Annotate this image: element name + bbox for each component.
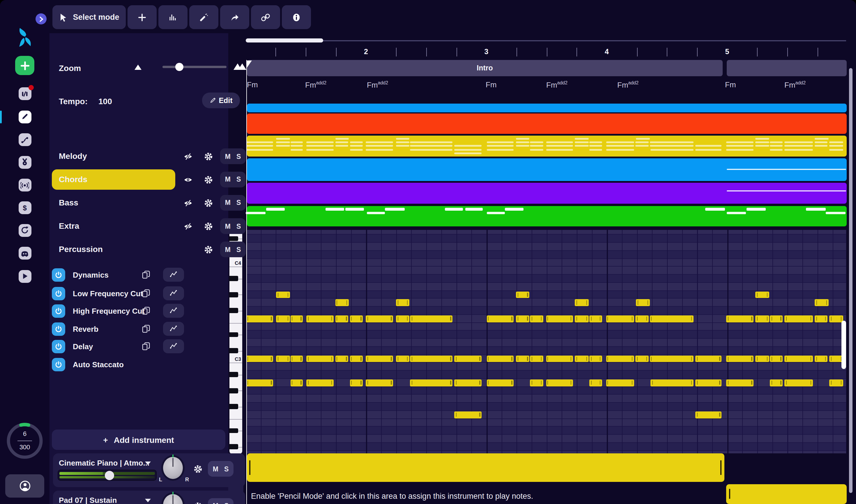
piano-roll-note[interactable] bbox=[784, 379, 813, 386]
piano-roll-note[interactable] bbox=[350, 316, 363, 322]
piano-roll-note[interactable] bbox=[335, 300, 349, 306]
solo-button[interactable]: S bbox=[237, 246, 241, 253]
piano-roll-note[interactable] bbox=[396, 316, 409, 322]
piano-roll-grid[interactable] bbox=[246, 230, 847, 453]
automation-curve-button[interactable] bbox=[163, 268, 184, 282]
piano-roll-note[interactable] bbox=[770, 379, 783, 386]
strip-chords[interactable] bbox=[247, 136, 847, 156]
effect-power-button[interactable] bbox=[52, 322, 65, 336]
share-button[interactable] bbox=[220, 5, 249, 29]
mute-button[interactable]: M bbox=[213, 465, 219, 472]
mute-solo-toggle[interactable]: MS bbox=[220, 241, 246, 257]
strip-melody[interactable] bbox=[247, 113, 847, 133]
piano-roll-note[interactable] bbox=[306, 379, 333, 386]
instrument-settings-gear-icon[interactable] bbox=[193, 464, 203, 474]
effect-power-button[interactable] bbox=[52, 340, 65, 353]
piano-roll-note[interactable] bbox=[650, 355, 693, 362]
strip-bass[interactable] bbox=[247, 158, 847, 181]
piano-roll-note[interactable] bbox=[606, 316, 634, 322]
track-settings-gear-icon[interactable] bbox=[203, 245, 214, 255]
effect-power-button[interactable] bbox=[52, 287, 65, 300]
piano-roll-note[interactable] bbox=[410, 355, 452, 362]
copy-icon[interactable] bbox=[141, 288, 151, 300]
piano-roll-note[interactable] bbox=[650, 316, 693, 322]
region-cinematic-piano[interactable] bbox=[247, 453, 724, 482]
piano-roll-note[interactable] bbox=[396, 300, 409, 306]
piano-roll-note[interactable] bbox=[366, 379, 393, 386]
piano-roll-note[interactable] bbox=[350, 379, 363, 386]
effect-power-button[interactable] bbox=[52, 304, 65, 318]
sidebar-item-routing[interactable] bbox=[18, 133, 31, 146]
instrument-select[interactable]: Cinematic Piano | Atmo... bbox=[59, 458, 150, 467]
piano-roll-note[interactable] bbox=[454, 379, 482, 386]
horizontal-scrollbar-thumb[interactable] bbox=[246, 38, 323, 42]
region-resize-handle[interactable] bbox=[729, 489, 730, 499]
mute-button[interactable]: M bbox=[225, 176, 231, 183]
usage-ring[interactable]: 6 300 bbox=[6, 422, 44, 460]
select-mode-button[interactable]: Select mode bbox=[52, 5, 126, 29]
piano-roll-note[interactable] bbox=[290, 379, 303, 386]
sidebar-item-projects[interactable] bbox=[18, 87, 31, 100]
eye-slash-icon[interactable] bbox=[183, 198, 193, 208]
link-button[interactable] bbox=[251, 5, 280, 29]
instrument-select[interactable]: Pad 07 | Sustain bbox=[59, 496, 117, 504]
sidebar-item-discord[interactable] bbox=[18, 247, 31, 259]
piano-roll-note[interactable] bbox=[246, 379, 273, 386]
piano-roll-note[interactable] bbox=[546, 379, 573, 386]
mute-button[interactable]: M bbox=[225, 153, 231, 160]
track-settings-gear-icon[interactable] bbox=[203, 198, 214, 208]
track-row-percussion[interactable]: PercussionMS bbox=[50, 238, 247, 261]
edit-button[interactable]: Edit bbox=[202, 92, 240, 108]
mute-solo-toggle[interactable]: MS bbox=[220, 148, 246, 164]
piano-roll-note[interactable] bbox=[276, 316, 290, 322]
piano-roll-note[interactable] bbox=[755, 291, 769, 298]
piano-roll-note[interactable] bbox=[815, 316, 827, 322]
piano-roll-note[interactable] bbox=[366, 355, 393, 362]
sidebar-item-tutorials[interactable] bbox=[18, 270, 31, 283]
piano-roll-note[interactable] bbox=[589, 355, 602, 362]
solo-button[interactable]: S bbox=[237, 199, 241, 206]
piano-roll-note[interactable] bbox=[575, 316, 589, 322]
mute-solo-toggle[interactable]: MS bbox=[208, 461, 233, 476]
piano-roll-note[interactable] bbox=[829, 316, 843, 322]
automation-curve-button[interactable] bbox=[163, 339, 184, 353]
piano-roll-note[interactable] bbox=[606, 355, 634, 362]
track-row-melody[interactable]: MelodyMS bbox=[50, 145, 247, 168]
sidebar-item-billing[interactable]: $ bbox=[18, 201, 31, 214]
copy-icon[interactable] bbox=[141, 342, 151, 353]
zoom-slider[interactable] bbox=[162, 66, 227, 68]
add-instrument-button[interactable]: + Add instrument bbox=[52, 430, 225, 450]
piano-roll-note[interactable] bbox=[695, 412, 721, 418]
piano-roll-note[interactable] bbox=[410, 316, 452, 322]
effect-power-button[interactable] bbox=[52, 268, 65, 282]
piano-roll-note[interactable] bbox=[695, 379, 721, 386]
piano-roll-note[interactable] bbox=[246, 355, 273, 362]
piano-roll-note[interactable] bbox=[516, 291, 529, 298]
piano-roll-vertical-scrollbar-thumb[interactable] bbox=[841, 321, 846, 369]
mute-button[interactable]: M bbox=[213, 502, 219, 504]
maximize-window-button[interactable] bbox=[31, 6, 38, 13]
piano-roll-note[interactable] bbox=[784, 316, 813, 322]
eye-slash-icon[interactable] bbox=[183, 221, 193, 232]
add-button[interactable] bbox=[127, 5, 157, 29]
piano-roll-note[interactable] bbox=[335, 316, 348, 322]
piano-roll-note[interactable] bbox=[335, 355, 348, 362]
black-key[interactable] bbox=[229, 444, 238, 449]
piano-roll-note[interactable] bbox=[829, 355, 843, 362]
zoom-out-icon[interactable] bbox=[135, 65, 141, 70]
region-resize-handle[interactable] bbox=[249, 461, 250, 475]
piano-roll-note[interactable] bbox=[770, 355, 783, 362]
piano-roll-note[interactable] bbox=[454, 355, 482, 362]
app-logo[interactable] bbox=[13, 25, 36, 51]
piano-roll-note[interactable] bbox=[635, 355, 648, 362]
automation-curve-button[interactable] bbox=[163, 304, 184, 318]
mute-solo-toggle[interactable]: MS bbox=[220, 195, 246, 210]
levels-button[interactable] bbox=[158, 5, 188, 29]
piano-roll-note[interactable] bbox=[306, 355, 333, 362]
copy-icon[interactable] bbox=[141, 306, 151, 318]
black-key[interactable] bbox=[229, 404, 238, 410]
piano-roll-note[interactable] bbox=[487, 355, 513, 362]
expand-sidebar-button[interactable] bbox=[36, 13, 47, 24]
piano-roll-note[interactable] bbox=[635, 316, 648, 322]
piano-roll-note[interactable] bbox=[606, 379, 634, 386]
